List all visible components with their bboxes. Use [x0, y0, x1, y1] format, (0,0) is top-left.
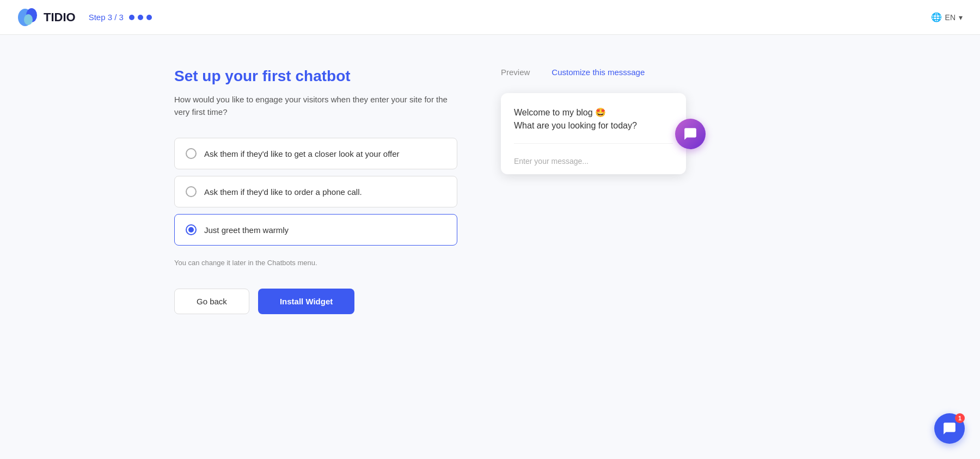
step-dot-1 [129, 15, 134, 20]
buttons-row: Go back Install Widget [174, 289, 457, 314]
preview-label: Preview [501, 68, 530, 77]
radio-offer [186, 148, 197, 159]
option-offer[interactable]: Ask them if they'd like to get a closer … [174, 138, 457, 169]
corner-chat-badge: 1 [955, 413, 965, 423]
options-list: Ask them if they'd like to get a closer … [174, 138, 457, 246]
right-panel: Preview Customize this messsage Welcome … [501, 68, 730, 174]
install-widget-button[interactable]: Install Widget [258, 289, 354, 314]
customize-link[interactable]: Customize this messsage [552, 68, 645, 77]
chat-bubble: Welcome to my blog 🤩What are you looking… [501, 93, 686, 174]
chat-input-area[interactable]: Enter your message... [514, 150, 673, 174]
chat-preview-wrapper: Welcome to my blog 🤩What are you looking… [501, 93, 686, 174]
header: TIDIO Step 3 / 3 🌐 EN ▾ [0, 0, 980, 35]
chat-fab-icon [683, 127, 697, 141]
radio-greet [186, 224, 197, 235]
header-left: TIDIO Step 3 / 3 [17, 7, 152, 28]
main-content: Set up your first chatbot How would you … [109, 35, 871, 459]
left-panel: Set up your first chatbot How would you … [174, 68, 457, 314]
preview-header: Preview Customize this messsage [501, 68, 730, 77]
language-selector[interactable]: 🌐 EN ▾ [931, 12, 963, 22]
option-phone[interactable]: Ask them if they'd like to order a phone… [174, 176, 457, 207]
tidio-logo-icon [17, 7, 39, 28]
logo: TIDIO [17, 7, 76, 28]
svg-point-2 [24, 14, 33, 25]
logo-text: TIDIO [44, 10, 76, 25]
step-dot-2 [138, 15, 143, 20]
language-label: EN [945, 13, 955, 22]
option-phone-label: Ask them if they'd like to order a phone… [204, 187, 362, 197]
chat-message: Welcome to my blog 🤩What are you looking… [514, 106, 673, 144]
chevron-down-icon: ▾ [959, 13, 963, 22]
step-indicator: Step 3 / 3 [89, 13, 152, 22]
page-subtitle: How would you like to engage your visito… [174, 94, 457, 118]
hint-text: You can change it later in the Chatbots … [174, 259, 457, 267]
radio-greet-inner [188, 227, 194, 232]
chat-input-placeholder: Enter your message... [514, 157, 589, 166]
corner-chat-widget[interactable]: 1 [934, 413, 965, 444]
chat-fab-button[interactable] [675, 119, 706, 149]
option-offer-label: Ask them if they'd like to get a closer … [204, 149, 400, 158]
option-greet-label: Just greet them warmly [204, 225, 289, 235]
go-back-button[interactable]: Go back [174, 289, 249, 314]
radio-phone [186, 186, 197, 197]
page-title: Set up your first chatbot [174, 68, 457, 85]
option-greet[interactable]: Just greet them warmly [174, 214, 457, 246]
step-label: Step 3 / 3 [89, 13, 124, 22]
step-dots [129, 15, 152, 20]
corner-chat-icon [942, 421, 957, 436]
step-dot-3 [146, 15, 152, 20]
globe-icon: 🌐 [931, 12, 942, 22]
